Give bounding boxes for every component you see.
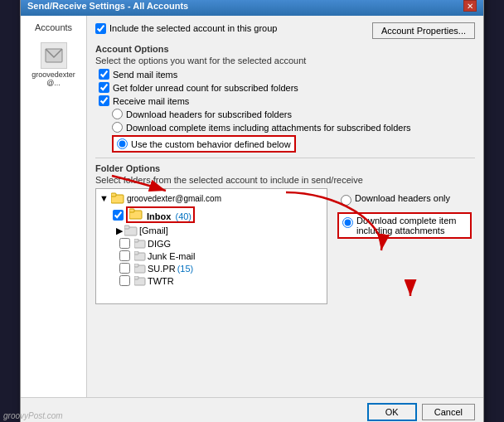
custom-behavior-radio[interactable] (117, 138, 128, 149)
send-mail-label: Send mail items (113, 70, 177, 80)
twtr-item[interactable]: TWTR (99, 274, 323, 287)
inbox-item[interactable]: Inbox (40) (99, 206, 323, 224)
download-complete-radio[interactable] (112, 122, 123, 133)
folder-grid: ▼ groovedexter@gmail.com (95, 188, 475, 304)
custom-behavior-row[interactable]: Use the custom behavior defined below (95, 135, 475, 153)
svg-rect-8 (134, 239, 138, 242)
receive-mail-checkbox[interactable] (99, 95, 109, 106)
dl-complete-radio[interactable] (342, 217, 353, 228)
inbox-count: (40) (175, 211, 191, 221)
junk-folder-icon (134, 251, 146, 261)
digg-folder-icon (134, 239, 146, 249)
account-options-desc: Select the options you want for the sele… (95, 56, 475, 65)
send-receive-dialog: Send/Receive Settings - All Accounts ✕ A… (20, 0, 484, 422)
send-mail-checkbox[interactable] (99, 69, 109, 80)
folder-unread-checkbox[interactable] (99, 82, 109, 93)
include-label[interactable]: Include the selected account in this gro… (95, 23, 277, 34)
inbox-label: Inbox (147, 211, 171, 221)
svg-rect-12 (134, 264, 138, 267)
svg-rect-6 (124, 226, 129, 229)
account-options-label: Account Options (95, 44, 475, 54)
receive-mail-label: Receive mail items (113, 96, 189, 106)
digg-item[interactable]: DIGG (99, 237, 323, 250)
account-folder-icon (111, 192, 124, 204)
gmail-folder-icon (124, 225, 138, 236)
inbox-folder-icon (129, 208, 143, 220)
dl-complete-label: Download complete item including attachm… (356, 216, 467, 235)
account-label: groovedexter@... (28, 70, 80, 87)
account-root-label: groovedexter@gmail.com (127, 194, 221, 203)
twtr-folder-icon (134, 276, 146, 286)
supr-count: (15) (177, 264, 194, 274)
svg-rect-14 (134, 276, 138, 279)
folder-unread-row[interactable]: Get folder unread count for subscribed f… (95, 82, 475, 93)
supr-folder-icon (134, 264, 146, 274)
custom-behavior-label: Use the custom behavior defined below (131, 139, 291, 149)
supr-checkbox[interactable] (119, 263, 130, 274)
folder-tree: ▼ groovedexter@gmail.com (95, 188, 327, 304)
watermark: groovyPost.com (3, 411, 63, 420)
tree-root: ▼ groovedexter@gmail.com (99, 192, 323, 204)
svg-rect-2 (111, 193, 116, 196)
dialog-title: Send/Receive Settings - All Accounts (27, 1, 188, 11)
sidebar-title: Accounts (35, 22, 72, 32)
account-icon (41, 42, 67, 69)
gmail-label: [Gmail] (139, 226, 168, 235)
account-item[interactable]: groovedexter@... (25, 39, 83, 90)
dl-complete-row[interactable]: Download complete item including attachm… (337, 212, 472, 239)
folder-unread-label: Get folder unread count for subscribed f… (113, 83, 298, 93)
sidebar: Accounts groovedexter@... (21, 16, 87, 397)
folder-options-desc: Select folders from the selected account… (95, 175, 475, 185)
expand-icon: ▼ (99, 193, 109, 203)
include-checkbox[interactable] (95, 23, 106, 34)
custom-behavior-highlight[interactable]: Use the custom behavior defined below (112, 135, 296, 153)
download-headers-row[interactable]: Download headers for subscribed folders (95, 109, 475, 119)
ok-button[interactable]: OK (367, 403, 417, 421)
inbox-highlight: Inbox (40) (126, 206, 195, 223)
svg-rect-4 (129, 209, 134, 212)
download-complete-label: Download complete items including attach… (126, 123, 411, 133)
main-content: Include the selected account in this gro… (87, 16, 483, 397)
inbox-checkbox[interactable] (113, 210, 124, 221)
supr-label: SU.PR (148, 264, 176, 274)
divider (95, 158, 475, 158)
twtr-label: TWTR (148, 276, 174, 286)
email-icon (44, 46, 64, 65)
download-headers-label: Download headers for subscribed folders (126, 109, 292, 119)
svg-rect-10 (134, 251, 138, 255)
send-mail-row[interactable]: Send mail items (95, 69, 475, 80)
account-properties-button[interactable]: Account Properties... (372, 22, 475, 39)
download-options: Download headers only Download complete … (334, 188, 475, 304)
dl-headers-only-row[interactable]: Download headers only (337, 192, 472, 207)
title-bar: Send/Receive Settings - All Accounts ✕ (21, 0, 483, 16)
dialog-body: Accounts groovedexter@... Include the se… (21, 16, 483, 397)
receive-mail-row[interactable]: Receive mail items (95, 95, 475, 106)
include-checkbox-label: Include the selected account in this gro… (109, 23, 277, 33)
junk-checkbox[interactable] (119, 250, 130, 261)
top-row: Include the selected account in this gro… (95, 22, 475, 39)
dl-headers-only-label: Download headers only (355, 193, 450, 203)
junk-label: Junk E-mail (148, 251, 195, 261)
download-complete-row[interactable]: Download complete items including attach… (95, 122, 475, 133)
digg-label: DIGG (148, 239, 171, 249)
bottom-bar: OK Cancel (21, 397, 483, 422)
expand-gmail-icon: ▶ (116, 226, 123, 236)
gmail-item: ▶ [Gmail] (99, 224, 323, 237)
cancel-button[interactable]: Cancel (422, 404, 475, 420)
twtr-checkbox[interactable] (119, 275, 130, 286)
download-headers-radio[interactable] (112, 109, 123, 119)
close-button[interactable]: ✕ (463, 0, 477, 12)
digg-checkbox[interactable] (119, 238, 130, 249)
supr-item[interactable]: SU.PR (15) (99, 262, 323, 274)
junk-item[interactable]: Junk E-mail (99, 250, 323, 262)
folder-options-label: Folder Options (95, 163, 475, 173)
dl-headers-only-radio[interactable] (341, 195, 351, 206)
